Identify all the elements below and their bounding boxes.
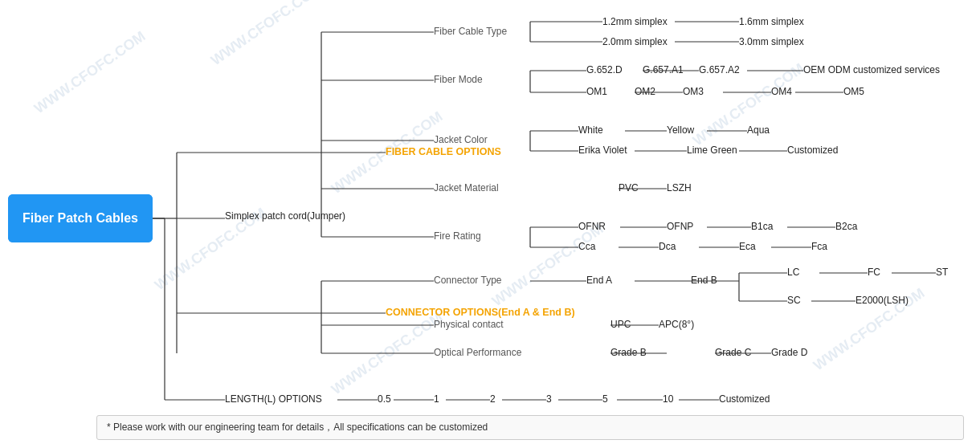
cable-1-2mm: 1.2mm simplex (602, 16, 668, 27)
cable-1-6mm: 1.6mm simplex (739, 16, 804, 27)
cable-type-label: Fiber Cable Type (434, 26, 507, 37)
watermark-2: WWW.CFOFC.COM (208, 0, 325, 69)
footer-note: * Please work with our engineering team … (96, 415, 964, 440)
jacket-material-label: Jacket Material (434, 182, 499, 193)
cable-3-0mm: 3.0mm simplex (739, 36, 804, 47)
cable-2-0mm: 2.0mm simplex (602, 36, 668, 47)
len-5: 5 (602, 393, 608, 405)
color-erika: Erika Violet (578, 145, 627, 156)
len-1: 1 (434, 393, 439, 405)
fire-b2ca: B2ca (835, 221, 857, 232)
len-2: 2 (490, 393, 496, 405)
contact-upc: UPC (610, 319, 631, 330)
watermark-1: WWW.CFOFC.COM (31, 28, 149, 117)
optical-perf-label: Optical Performance (434, 347, 521, 358)
fire-ofnp: OFNP (667, 221, 693, 232)
fiber-om1: OM1 (586, 86, 607, 97)
conn-endb: End B (691, 275, 717, 286)
root-label: Fiber Patch Cables (22, 211, 138, 226)
conn-lc: LC (787, 267, 799, 278)
fire-cca: Cca (578, 241, 595, 252)
watermark-8: WWW.CFOFC.COM (329, 309, 446, 398)
fire-ofnr: OFNR (578, 221, 606, 232)
length-label: LENGTH(L) OPTIONS (225, 393, 322, 405)
len-10: 10 (663, 393, 673, 405)
mat-pvc: PVC (619, 182, 639, 193)
fire-rating-label: Fire Rating (434, 230, 481, 242)
color-white: White (578, 124, 603, 136)
color-customized: Customized (787, 145, 838, 156)
conn-sc: SC (787, 295, 801, 306)
grade-b: Grade B (610, 347, 647, 358)
len-0-5: 0.5 (378, 393, 391, 405)
len-customized: Customized (719, 393, 770, 405)
fiber-g652d: G.652.D (586, 64, 623, 75)
contact-apc: APC(8°) (659, 319, 694, 330)
root-node: Fiber Patch Cables (8, 194, 153, 242)
grade-d: Grade D (771, 347, 807, 358)
fire-b1ca: B1ca (751, 221, 773, 232)
fiber-options-label: FIBER CABLE OPTIONS (386, 146, 501, 157)
main-container: WWW.CFOFC.COM WWW.CFOFC.COM WWW.CFOFC.CO… (0, 0, 980, 448)
len-3: 3 (546, 393, 552, 405)
mat-lszh: LSZH (667, 182, 692, 193)
fiber-oem: OEM ODM customized services (803, 64, 940, 75)
fiber-om3: OM3 (683, 86, 704, 97)
conn-e2000: E2000(LSH) (855, 295, 909, 306)
jacket-color-label: Jacket Color (434, 134, 488, 145)
footer-text: * Please work with our engineering team … (107, 422, 488, 433)
physical-contact-label: Physical contact (434, 319, 504, 330)
conn-enda: End A (586, 275, 612, 286)
watermark-5: WWW.CFOFC.COM (489, 221, 606, 310)
fiber-om5: OM5 (843, 86, 864, 97)
fiber-mode-label: Fiber Mode (434, 74, 483, 85)
color-aqua: Aqua (747, 124, 770, 136)
fiber-om2: OM2 (635, 86, 655, 97)
color-lime: Lime Green (687, 145, 737, 156)
fire-dca: Dca (659, 241, 676, 252)
simplex-label: Simplex patch cord(Jumper) (225, 210, 345, 222)
conn-st: ST (936, 267, 948, 278)
fiber-g657a2: G.657.A2 (699, 64, 740, 75)
fire-fca: Fca (811, 241, 827, 252)
fiber-g657a1: G.657.A1 (643, 64, 684, 75)
connector-options-label: CONNECTOR OPTIONS(End A & End B) (386, 307, 575, 318)
color-yellow: Yellow (667, 124, 694, 136)
grade-c: Grade C (715, 347, 751, 358)
fire-eca: Eca (739, 241, 756, 252)
fiber-om4: OM4 (771, 86, 792, 97)
conn-fc: FC (868, 267, 880, 278)
connector-type-label: Connector Type (434, 275, 502, 286)
